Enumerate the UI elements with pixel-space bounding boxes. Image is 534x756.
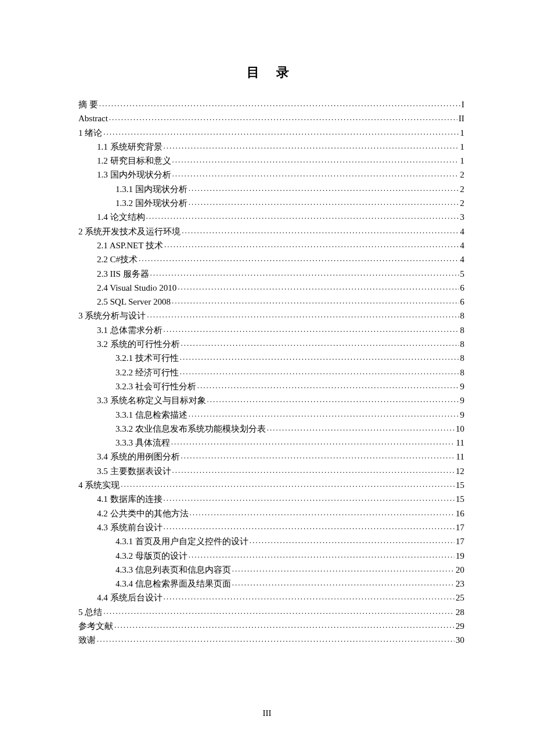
toc-entry-page: 30 (456, 633, 464, 647)
toc-leader (164, 237, 459, 251)
toc-leader (232, 576, 454, 589)
toc-entry-label: 3.1 总体需求分析 (97, 323, 163, 337)
toc-entry-page: 5 (460, 267, 465, 281)
toc-entry-label: 3.3 系统名称定义与目标对象 (97, 393, 206, 407)
toc-entry-page: 9 (460, 393, 465, 407)
toc-entry-label: 4.3.4 信息检索界面及结果页面 (116, 577, 231, 591)
toc-entry: 参考文献29 (78, 619, 464, 633)
toc-entry-label: 3.2 系统的可行性分析 (97, 337, 180, 351)
toc-entry: 1.3.2 国外现状分析2 (78, 196, 464, 210)
toc-entry-label: 5 总结 (78, 605, 102, 619)
toc-entry: 3.4 系统的用例图分析11 (78, 450, 464, 464)
toc-entry-label: 2.2 C#技术 (97, 252, 138, 266)
toc-entry-page: 4 (460, 238, 465, 252)
toc-leader (189, 195, 459, 209)
toc-entry: 1.3.1 国内现状分析2 (78, 182, 464, 196)
toc-entry-page: 8 (460, 351, 465, 365)
toc-entry-label: 3.2.2 经济可行性 (116, 366, 179, 379)
toc-entry: 3.3.3 具体流程11 (78, 436, 464, 450)
toc-leader (147, 308, 459, 321)
toc-entry: 致谢30 (78, 633, 464, 647)
toc-leader (250, 533, 454, 547)
toc-entry: 5 总结28 (78, 605, 464, 619)
toc-entry-page: 23 (456, 577, 464, 591)
toc-entry: 4 系统实现15 (78, 478, 464, 492)
toc-entry: AbstractII (78, 111, 464, 125)
toc-entry: 摘 要I (78, 97, 464, 111)
toc-entry: 1.3 国内外现状分析2 (78, 168, 464, 182)
toc-leader (171, 435, 455, 448)
toc-entry: 4.4 系统后台设计25 (78, 591, 464, 605)
toc-leader (207, 392, 459, 406)
toc-entry-label: 2.3 IIS 服务器 (97, 267, 149, 281)
toc-entry-label: 3.3.1 信息检索描述 (116, 408, 187, 422)
toc-leader (189, 548, 454, 562)
toc-leader (103, 125, 459, 139)
toc-leader (164, 491, 455, 505)
toc-entry: 3.2.1 技术可行性8 (78, 351, 464, 365)
toc-leader (121, 477, 454, 491)
toc-entry: 4.1 数据库的连接15 (78, 492, 464, 506)
toc-entry-label: 2 系统开发技术及运行环境 (78, 225, 181, 238)
toc-entry-page: 2 (460, 196, 465, 210)
toc-entry-page: 15 (456, 492, 464, 506)
toc-entry-label: 4.3.3 信息列表页和信息内容页 (116, 563, 231, 577)
toc-entry: 3.2 系统的可行性分析8 (78, 337, 464, 351)
toc-entry: 3.1 总体需求分析8 (78, 323, 464, 337)
toc-entry-label: 1.3.1 国内现状分析 (116, 182, 187, 196)
toc-entry-page: 9 (460, 379, 465, 393)
toc-entry: 3.3.1 信息检索描述9 (78, 408, 464, 422)
toc-leader (172, 153, 459, 167)
toc-entry: 2.4 Visual Studio 20106 (78, 281, 464, 295)
toc-leader (181, 448, 455, 462)
toc-leader (180, 364, 459, 378)
toc-entry-page: 8 (460, 366, 465, 379)
toc-entry: 4.3.4 信息检索界面及结果页面23 (78, 577, 464, 591)
toc-entry-page: 8 (460, 337, 465, 351)
toc-entry: 3.5 主要数据表设计12 (78, 464, 464, 478)
toc-leader (103, 604, 454, 618)
toc-entry-label: 4.2 公共类中的其他方法 (97, 507, 189, 520)
toc-entry-label: 1.2 研究目标和意义 (97, 154, 171, 168)
toc-entry: 2.2 C#技术4 (78, 252, 464, 266)
toc-entry-label: 4.3.1 首页及用户自定义控件的设计 (116, 534, 248, 548)
toc-entry-label: 3.4 系统的用例图分析 (97, 450, 180, 464)
toc-entry-page: 6 (460, 295, 465, 309)
toc-entry: 2.3 IIS 服务器5 (78, 267, 464, 281)
toc-leader (190, 505, 455, 519)
toc-leader (99, 96, 460, 110)
toc-entry-label: 1.4 论文结构 (97, 210, 145, 224)
toc-entry-page: 8 (460, 323, 465, 337)
toc-entry-page: 2 (460, 168, 465, 182)
toc-entry: 3 系统分析与设计8 (78, 309, 464, 323)
toc-leader (178, 280, 459, 294)
toc-leader (97, 632, 454, 646)
toc-entry-label: 4.3 系统前台设计 (97, 520, 163, 534)
toc-leader (189, 407, 459, 421)
toc-entry-page: 17 (456, 534, 464, 548)
toc-entry-page: 16 (456, 507, 464, 520)
toc-entry: 1.4 论文结构3 (78, 210, 464, 224)
toc-leader (172, 294, 459, 308)
toc-leader (232, 562, 454, 576)
toc-entry-label: 1.3 国内外现状分析 (97, 168, 171, 182)
toc-entry-label: 3.3.3 具体流程 (116, 436, 170, 450)
toc-entry: 1.2 研究目标和意义1 (78, 154, 464, 168)
toc-entry-label: 1 绪论 (78, 126, 102, 140)
toc-entry-label: 2.1 ASP.NET 技术 (97, 238, 163, 252)
toc-entry: 2 系统开发技术及运行环境4 (78, 225, 464, 238)
toc-leader (189, 181, 459, 195)
toc-leader (164, 589, 455, 603)
toc-entry-label: 1.3.2 国外现状分析 (116, 196, 187, 210)
toc-entry-page: 19 (456, 549, 464, 563)
toc-title: 目 录 (78, 64, 464, 81)
toc-entry-page: 20 (456, 563, 464, 577)
toc-entry-page: 25 (456, 591, 464, 605)
toc-entry: 2.1 ASP.NET 技术4 (78, 238, 464, 252)
toc-entry-label: 3.2.1 技术可行性 (116, 351, 179, 365)
toc-leader (180, 350, 459, 364)
toc-entry: 4.3.1 首页及用户自定义控件的设计17 (78, 534, 464, 548)
toc-leader (114, 618, 454, 632)
toc-entry-page: 10 (456, 422, 464, 436)
toc-entry-label: 3 系统分析与设计 (78, 309, 146, 323)
